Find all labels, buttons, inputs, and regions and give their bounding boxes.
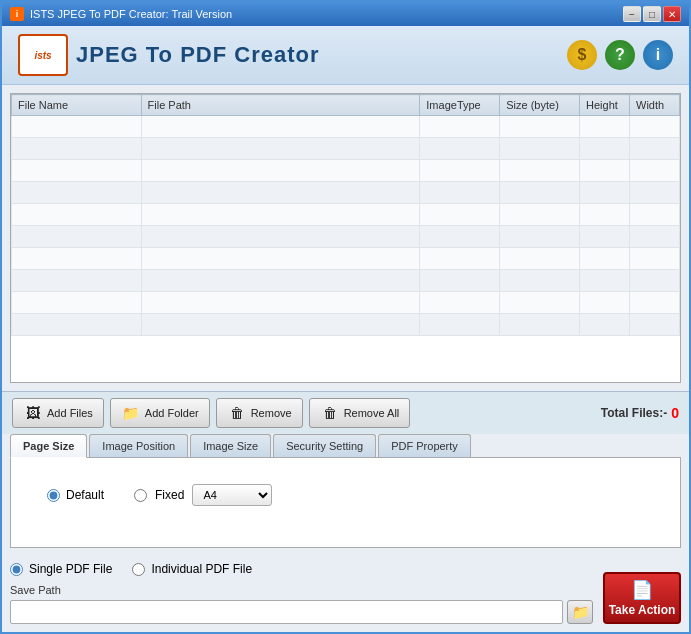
col-filepath: File Path [141, 95, 420, 116]
total-files-label: Total Files:- [601, 406, 667, 420]
page-size-select[interactable]: A4 A3 Letter Legal [192, 484, 272, 506]
maximize-button[interactable]: □ [643, 6, 661, 22]
tab-pdf-property[interactable]: PDF Property [378, 434, 471, 457]
header-icons: $ ? i [567, 40, 673, 70]
tab-content-page-size: Default Fixed A4 A3 Letter Legal [10, 458, 681, 548]
save-path-input[interactable] [10, 600, 563, 624]
col-width: Width [630, 95, 680, 116]
add-folder-label: Add Folder [145, 407, 199, 419]
app-icon: i [10, 7, 24, 21]
save-path-section: Single PDF File Individual PDF File Save… [10, 562, 593, 624]
title-bar-controls: − □ ✕ [623, 6, 681, 22]
individual-pdf-label: Individual PDF File [151, 562, 252, 576]
add-folder-button[interactable]: 📁 Add Folder [110, 398, 210, 428]
remove-all-button[interactable]: 🗑 Remove All [309, 398, 411, 428]
fixed-radio-group: Fixed A4 A3 Letter Legal [134, 484, 272, 506]
table-row [12, 226, 680, 248]
add-files-label: Add Files [47, 407, 93, 419]
fixed-label: Fixed [155, 488, 184, 502]
individual-pdf-group: Individual PDF File [132, 562, 252, 576]
logo-area: ists JPEG To PDF Creator [18, 34, 320, 76]
save-path-label-text: Save Path [10, 584, 593, 596]
title-bar-left: i ISTS JPEG To PDF Creator: Trail Versio… [10, 7, 232, 21]
table-row [12, 292, 680, 314]
table-row [12, 204, 680, 226]
close-button[interactable]: ✕ [663, 6, 681, 22]
help-icon-button[interactable]: ? [605, 40, 635, 70]
remove-label: Remove [251, 407, 292, 419]
header: ists JPEG To PDF Creator $ ? i [2, 26, 689, 85]
info-icon-button[interactable]: i [643, 40, 673, 70]
output-radio-row: Single PDF File Individual PDF File [10, 562, 593, 576]
bottom-section: Single PDF File Individual PDF File Save… [2, 556, 689, 632]
tab-image-position[interactable]: Image Position [89, 434, 188, 457]
individual-pdf-radio[interactable] [132, 563, 145, 576]
single-pdf-label: Single PDF File [29, 562, 112, 576]
table-row [12, 314, 680, 336]
col-filename: File Name [12, 95, 142, 116]
save-path-row: 📁 [10, 600, 593, 624]
tabs-section: Page Size Image Position Image Size Secu… [2, 434, 689, 556]
toolbar: 🖼 Add Files 📁 Add Folder 🗑 Remove 🗑 Remo… [2, 391, 689, 434]
tab-image-size[interactable]: Image Size [190, 434, 271, 457]
minimize-button[interactable]: − [623, 6, 641, 22]
add-folder-icon: 📁 [121, 403, 141, 423]
app-title: JPEG To PDF Creator [76, 42, 320, 68]
file-table-container: File Name File Path ImageType Size (byte… [10, 93, 681, 383]
single-pdf-radio[interactable] [10, 563, 23, 576]
remove-icon: 🗑 [227, 403, 247, 423]
title-bar: i ISTS JPEG To PDF Creator: Trail Versio… [2, 2, 689, 26]
browse-button[interactable]: 📁 [567, 600, 593, 624]
logo: ists [18, 34, 68, 76]
default-label: Default [66, 488, 104, 502]
total-files-count: 0 [671, 405, 679, 421]
default-radio[interactable] [47, 489, 60, 502]
fixed-radio[interactable] [134, 489, 147, 502]
add-files-icon: 🖼 [23, 403, 43, 423]
table-row [12, 160, 680, 182]
window-title: ISTS JPEG To PDF Creator: Trail Version [30, 8, 232, 20]
table-row [12, 116, 680, 138]
file-table: File Name File Path ImageType Size (byte… [11, 94, 680, 336]
single-pdf-group: Single PDF File [10, 562, 112, 576]
take-action-label: Take Action [609, 603, 676, 617]
table-row [12, 248, 680, 270]
col-height: Height [580, 95, 630, 116]
col-size: Size (byte) [500, 95, 580, 116]
dollar-icon-button[interactable]: $ [567, 40, 597, 70]
browse-icon: 📁 [572, 604, 589, 620]
take-action-button[interactable]: 📄 Take Action [603, 572, 681, 624]
add-files-button[interactable]: 🖼 Add Files [12, 398, 104, 428]
table-row [12, 138, 680, 160]
page-size-options: Default Fixed A4 A3 Letter Legal [27, 474, 664, 516]
default-radio-group: Default [47, 488, 104, 502]
table-row [12, 270, 680, 292]
main-content: File Name File Path ImageType Size (byte… [2, 85, 689, 632]
total-files-display: Total Files:- 0 [601, 405, 679, 421]
main-window: i ISTS JPEG To PDF Creator: Trail Versio… [0, 0, 691, 634]
table-row [12, 182, 680, 204]
col-imagetype: ImageType [420, 95, 500, 116]
tab-page-size[interactable]: Page Size [10, 434, 87, 458]
take-action-icon: 📄 [631, 579, 653, 601]
remove-button[interactable]: 🗑 Remove [216, 398, 303, 428]
tab-security-setting[interactable]: Security Setting [273, 434, 376, 457]
remove-all-icon: 🗑 [320, 403, 340, 423]
remove-all-label: Remove All [344, 407, 400, 419]
tabs-header: Page Size Image Position Image Size Secu… [10, 434, 681, 458]
